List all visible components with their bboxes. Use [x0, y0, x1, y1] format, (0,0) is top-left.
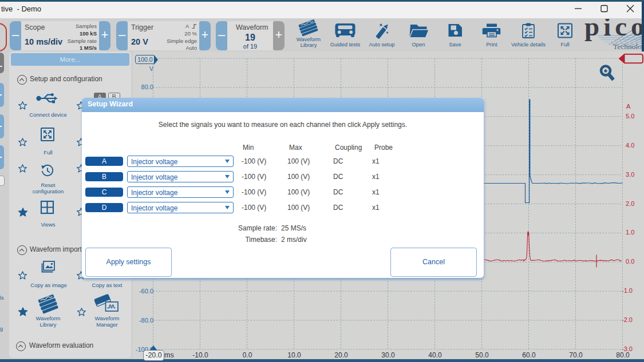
- svg-text:pico: pico: [584, 19, 642, 41]
- svg-text:Technology: Technology: [613, 42, 642, 51]
